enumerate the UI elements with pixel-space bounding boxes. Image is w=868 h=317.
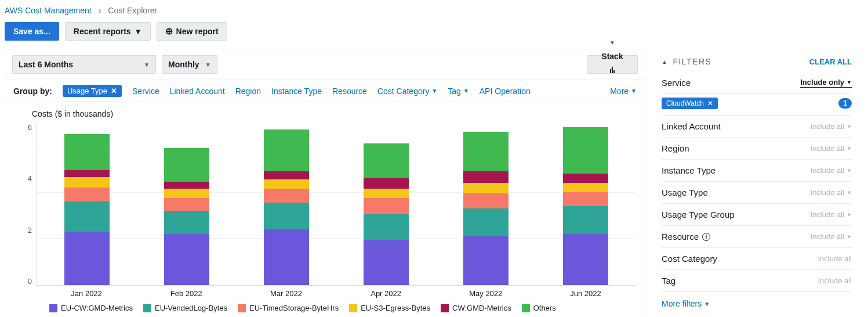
chevron-down-icon: ▼ — [704, 301, 710, 307]
filter-mode[interactable]: Include all▼ — [811, 166, 852, 175]
chevron-down-icon: ▼ — [144, 62, 150, 68]
filter-name: Tag — [662, 276, 675, 286]
bar-segment — [264, 229, 309, 285]
bar-segment — [463, 171, 509, 183]
legend-swatch — [441, 304, 449, 312]
filter-mode[interactable]: Include all▼ — [811, 210, 852, 219]
chart-xaxis: Jan 2022Feb 2022Mar 2022Apr 2022May 2022… — [37, 286, 635, 298]
info-icon[interactable]: i — [702, 233, 710, 241]
filter-mode[interactable]: Include all▼ — [811, 144, 852, 153]
x-tick: Feb 2022 — [136, 286, 236, 298]
legend-item[interactable]: CW:GMD-Metrics — [441, 304, 511, 312]
filter-mode[interactable]: Include all▼ — [811, 122, 852, 131]
plus-circle-icon: ⊕ — [165, 27, 173, 36]
chevron-down-icon: ▼ — [847, 80, 852, 85]
group-by-option-api-operation[interactable]: API Operation — [480, 87, 531, 96]
bar-segment — [463, 236, 509, 285]
filter-name: Service — [662, 78, 691, 88]
filter-row-usage-type[interactable]: Usage TypeInclude all▼ — [662, 182, 852, 204]
bar-segment — [463, 193, 509, 208]
legend-item[interactable]: EU-TimedStorage-ByteHrs — [238, 304, 339, 312]
filter-mode[interactable]: Include all▼ — [811, 232, 852, 241]
chart-panel: Last 6 Months▼ Monthly▼ Stack▼ Group by:… — [5, 49, 645, 317]
y-tick: 6 — [28, 123, 32, 132]
filter-mode[interactable]: Include only▼ — [800, 78, 852, 88]
bar-segment — [164, 198, 209, 211]
group-by-bar: Group by: Usage Type ✕ ServiceLinked Acc… — [5, 80, 645, 102]
chart-column — [137, 123, 237, 285]
date-range-dropdown[interactable]: Last 6 Months▼ — [12, 55, 156, 74]
filter-name: Region — [662, 143, 689, 153]
filter-mode[interactable]: Include all — [818, 254, 852, 263]
x-tick: Apr 2022 — [336, 286, 436, 298]
legend-label: EU-TimedStorage-ByteHrs — [249, 304, 339, 312]
group-by-option-tag[interactable]: Tag▼ — [448, 87, 468, 96]
filter-row-linked-account[interactable]: Linked AccountInclude all▼ — [662, 116, 852, 138]
filter-tag-chip[interactable]: CloudWatch✕ — [662, 98, 718, 109]
filter-name: Linked Account — [662, 121, 721, 131]
new-report-button[interactable]: ⊕New report — [157, 22, 227, 41]
bar-segment — [364, 143, 409, 178]
chevron-down-icon: ▼ — [847, 190, 852, 196]
chevron-down-icon: ▼ — [463, 88, 469, 94]
filter-name: Usage Type — [662, 188, 708, 197]
bar-segment — [364, 198, 409, 214]
filter-mode[interactable]: Include all▼ — [811, 188, 852, 197]
legend-item[interactable]: EU-VendedLog-Bytes — [143, 304, 227, 312]
bar-segment — [463, 183, 509, 193]
bar-segment — [563, 234, 608, 285]
group-by-option-linked-account[interactable]: Linked Account — [170, 87, 225, 96]
chevron-down-icon: ▼ — [847, 168, 852, 174]
legend-item[interactable]: EU-S3-Egress-Bytes — [349, 304, 430, 312]
legend-swatch — [143, 304, 151, 312]
filter-name: Instance Type — [662, 165, 716, 175]
legend-swatch — [49, 304, 57, 312]
legend-label: EU-S3-Egress-Bytes — [361, 304, 430, 312]
chart-column — [336, 123, 436, 285]
chevron-down-icon: ▼ — [847, 124, 852, 129]
group-by-option-resource[interactable]: Resource — [332, 87, 367, 96]
filter-row-service[interactable]: ServiceInclude only▼ — [662, 72, 852, 94]
filter-applied-tags: CloudWatch✕1 — [662, 94, 852, 116]
close-icon[interactable]: ✕ — [707, 99, 713, 107]
bar-segment — [463, 132, 509, 171]
filter-row-region[interactable]: RegionInclude all▼ — [662, 138, 852, 160]
bar-segment — [364, 240, 409, 285]
save-as-button[interactable]: Save as... — [5, 22, 59, 41]
filter-row-usage-type-group[interactable]: Usage Type GroupInclude all▼ — [662, 204, 852, 226]
clear-all-filters[interactable]: CLEAR ALL — [809, 57, 852, 66]
filter-mode[interactable]: Include all — [818, 276, 852, 285]
recent-reports-button[interactable]: Recent reports▼ — [65, 22, 151, 41]
group-by-option-cost-category[interactable]: Cost Category▼ — [377, 87, 437, 96]
legend-item[interactable]: EU-CW:GMD-Metrics — [49, 304, 133, 312]
close-icon[interactable]: ✕ — [111, 87, 117, 95]
chevron-down-icon: ▼ — [205, 62, 211, 68]
chevron-up-icon: ▲ — [662, 59, 668, 65]
chart-type-dropdown[interactable]: Stack▼ — [587, 55, 638, 74]
chevron-down-icon: ▼ — [609, 39, 615, 46]
filter-row-resource[interactable]: ResourceiInclude all▼ — [662, 226, 852, 248]
filter-row-instance-type[interactable]: Instance TypeInclude all▼ — [662, 160, 852, 182]
filter-row-cost-category[interactable]: Cost CategoryInclude all — [662, 248, 852, 270]
group-by-option-service[interactable]: Service — [132, 87, 159, 96]
legend-item[interactable]: Others — [522, 304, 556, 312]
granularity-dropdown[interactable]: Monthly▼ — [162, 55, 217, 74]
breadcrumb-root[interactable]: AWS Cost Management — [5, 6, 92, 15]
filter-row-tag[interactable]: TagInclude all — [662, 270, 852, 292]
bar-segment — [64, 201, 110, 232]
group-by-active-pill[interactable]: Usage Type ✕ — [63, 85, 122, 97]
group-by-option-region[interactable]: Region — [235, 87, 261, 96]
legend-label: EU-VendedLog-Bytes — [155, 304, 227, 312]
group-by-option-instance-type[interactable]: Instance Type — [271, 87, 322, 96]
legend-swatch — [522, 304, 530, 312]
group-by-more[interactable]: More▼ — [610, 87, 637, 96]
chart-title: Costs ($ in thousands) — [14, 109, 635, 118]
bar-segment — [164, 148, 209, 182]
legend-swatch — [349, 304, 357, 312]
more-filters[interactable]: More filters▼ — [662, 292, 852, 308]
group-by-label: Group by: — [13, 87, 52, 96]
filters-title[interactable]: ▲ FILTERS — [662, 57, 711, 66]
legend-label: EU-CW:GMD-Metrics — [61, 304, 133, 312]
legend-label: CW:GMD-Metrics — [452, 304, 511, 312]
bar-segment — [364, 189, 409, 198]
